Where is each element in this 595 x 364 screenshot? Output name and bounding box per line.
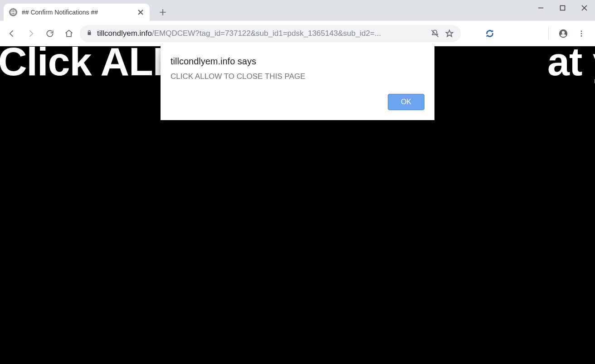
lock-icon — [86, 29, 93, 38]
alert-message: CLICK ALLOW TO CLOSE THIS PAGE — [171, 72, 424, 81]
bookmark-star-icon[interactable] — [444, 29, 454, 39]
menu-button[interactable] — [573, 25, 590, 42]
browser-tab[interactable]: ## Confirm Notifications ## — [4, 4, 150, 21]
svg-point-1 — [581, 30, 582, 32]
forward-button[interactable] — [23, 25, 39, 42]
extension-refresh-icon[interactable] — [482, 25, 498, 42]
globe-icon — [9, 8, 17, 16]
alert-origin: tillcondlyem.info says — [171, 56, 424, 67]
tab-title: ## Confirm Notifications ## — [22, 9, 132, 16]
url-text: tillcondlyem.info/EMQDCEW?tag_id=737122&… — [97, 29, 425, 38]
browser-chrome: ## Confirm Notifications ## — [0, 0, 595, 46]
svg-point-2 — [581, 33, 582, 34]
url-host: tillcondlyem.info — [97, 29, 152, 38]
svg-point-3 — [581, 35, 582, 37]
page-content: Click ALLOXXXXXXXXXXXXXat you are tillco… — [0, 46, 595, 364]
window-maximize-button[interactable] — [551, 0, 573, 15]
toolbar-right — [544, 25, 591, 42]
tab-strip: ## Confirm Notifications ## — [0, 0, 595, 21]
alert-ok-button[interactable]: OK — [388, 94, 424, 110]
url-path: /EMQDCEW?tag_id=737122&sub_id1=pdsk_1365… — [152, 29, 381, 38]
tab-close-button[interactable] — [137, 9, 144, 16]
notifications-muted-icon[interactable] — [430, 29, 440, 39]
window-controls — [530, 0, 595, 15]
window-minimize-button[interactable] — [530, 0, 551, 15]
home-button[interactable] — [61, 25, 77, 42]
toolbar: tillcondlyem.info/EMQDCEW?tag_id=737122&… — [0, 21, 595, 46]
javascript-alert-dialog: tillcondlyem.info says CLICK ALLOW TO CL… — [161, 46, 434, 120]
reload-button[interactable] — [42, 25, 58, 42]
back-button[interactable] — [4, 25, 20, 42]
new-tab-button[interactable] — [156, 5, 170, 19]
headline-right: at you are — [547, 46, 595, 84]
address-bar[interactable]: tillcondlyem.info/EMQDCEW?tag_id=737122&… — [80, 25, 461, 42]
window-close-button[interactable] — [573, 0, 595, 15]
toolbar-divider — [548, 27, 549, 40]
alert-actions: OK — [171, 94, 424, 110]
profile-button[interactable] — [555, 25, 571, 42]
svg-rect-0 — [560, 5, 565, 10]
